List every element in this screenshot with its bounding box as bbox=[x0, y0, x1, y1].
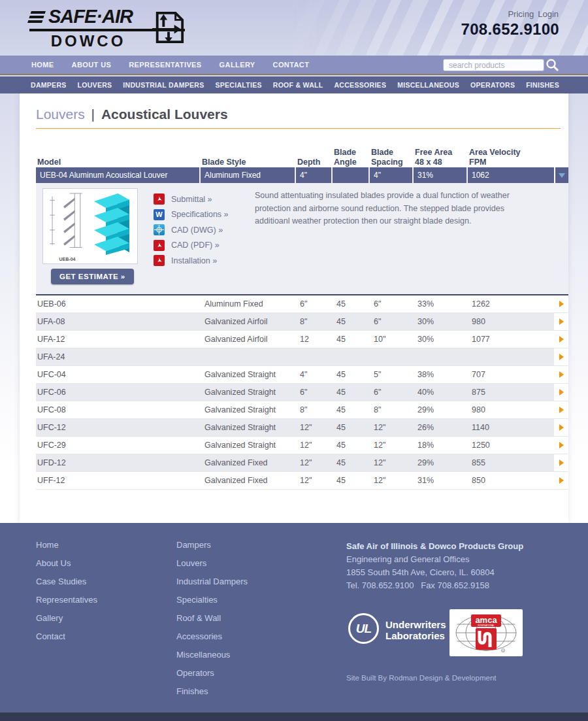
footer-link[interactable]: About Us bbox=[36, 558, 71, 568]
footer-link[interactable]: Gallery bbox=[36, 613, 63, 623]
table-row[interactable]: UFA-12 Galvanized Airfoil 12 45 10" 30% … bbox=[36, 331, 568, 348]
product-nav-item[interactable]: DAMPERS bbox=[31, 81, 67, 89]
table-row[interactable]: UFA-08 Galvanized Airfoil 8" 45 6" 30% 9… bbox=[36, 313, 568, 331]
chevron-right-icon bbox=[559, 477, 564, 484]
expand-row-button[interactable] bbox=[554, 384, 568, 401]
product-nav: DAMPERSLOUVERSINDUSTRIAL DAMPERSSPECIALT… bbox=[0, 76, 588, 93]
expand-row-button[interactable] bbox=[554, 401, 568, 418]
cad-pdf-link[interactable]: CAD (PDF) » bbox=[154, 238, 229, 254]
product-nav-item[interactable]: SPECIALTIES bbox=[215, 81, 261, 89]
company-name: Safe Air of Illinois & Dowco Products Gr… bbox=[346, 540, 523, 553]
footer-link[interactable]: Representatives bbox=[36, 595, 97, 605]
row-cells: UEB-06 Aluminum Fixed 6" 45 6" 33% 1262 bbox=[36, 295, 554, 312]
expand-row-button[interactable] bbox=[554, 454, 568, 471]
footer-link-item: Gallery bbox=[36, 612, 97, 630]
table-row[interactable]: UFC-29 Galvanized Straight 12" 45 12" 18… bbox=[36, 437, 568, 454]
row-cells: UFC-29 Galvanized Straight 12" 45 12" 18… bbox=[36, 437, 554, 454]
cell-velocity: 980 bbox=[468, 405, 554, 414]
footer-link[interactable]: Accessories bbox=[176, 631, 222, 641]
expand-row-button[interactable] bbox=[554, 295, 568, 312]
footer-link[interactable]: Finishes bbox=[176, 686, 208, 696]
cell-velocity: 707 bbox=[468, 370, 554, 379]
footer-link-item: Representatives bbox=[36, 594, 97, 612]
product-nav-item[interactable]: OPERATORS bbox=[470, 81, 515, 89]
footer-link[interactable]: Contact bbox=[36, 631, 65, 641]
table-row[interactable]: UFA-24 bbox=[36, 348, 568, 366]
table-row[interactable]: UEB-06 Aluminum Fixed 6" 45 6" 33% 1262 bbox=[36, 295, 568, 313]
expand-row-button[interactable] bbox=[554, 419, 568, 436]
link-label: Installation » bbox=[171, 256, 217, 265]
product-nav-item[interactable]: MISCELLANEOUS bbox=[397, 81, 459, 89]
product-nav-item[interactable]: ACCESSORIES bbox=[334, 81, 386, 89]
cell-spacing: 12" bbox=[370, 476, 414, 485]
search-button[interactable] bbox=[546, 58, 559, 72]
svg-text:INTERNATIONAL: INTERNATIONAL bbox=[478, 624, 494, 627]
expand-row-button[interactable] bbox=[554, 437, 568, 454]
expand-row-button[interactable] bbox=[554, 313, 568, 330]
cell-model: UFA-12 bbox=[36, 335, 201, 344]
product-nav-item[interactable]: ROOF & WALL bbox=[273, 81, 323, 89]
cell-spacing: 12" bbox=[370, 458, 414, 467]
footer-link-item: Industrial Dampers bbox=[176, 575, 248, 594]
table-row[interactable]: UFC-06 Galvanized Straight 6" 45 6" 40% … bbox=[36, 384, 568, 401]
cell-velocity: 850 bbox=[468, 476, 554, 485]
footer-link[interactable]: Operators bbox=[176, 668, 214, 678]
table-row[interactable]: UFF-12 Galvanized Fixed 12" 45 12" 31% 8… bbox=[36, 472, 568, 490]
selected-product-row[interactable]: UEB-04 Aluminum Acoustical Louver Alumin… bbox=[36, 167, 568, 183]
expand-row-button[interactable] bbox=[554, 366, 568, 383]
primary-nav-item[interactable]: CONTACT bbox=[273, 61, 310, 69]
installation-link[interactable]: Installation » bbox=[154, 253, 229, 269]
specifications-link[interactable]: W Specifications » bbox=[154, 207, 229, 223]
submittal-link[interactable]: Submittal » bbox=[154, 192, 229, 207]
breadcrumb-category-link[interactable]: Louvers bbox=[36, 107, 85, 122]
table-row[interactable]: UFC-04 Galvanized Straight 4" 45 5" 38% … bbox=[36, 366, 568, 384]
footer-link[interactable]: Case Studies bbox=[36, 577, 86, 586]
expand-row-button[interactable] bbox=[554, 472, 568, 489]
table-row[interactable]: UFC-12 Galvanized Straight 12" 45 12" 26… bbox=[36, 419, 568, 437]
footer-link-item: Home bbox=[36, 539, 97, 557]
footer-link-item: Accessories bbox=[176, 630, 248, 648]
footer-link[interactable]: Miscellaneous bbox=[176, 650, 230, 660]
footer-link[interactable]: Home bbox=[36, 540, 59, 550]
product-nav-item[interactable]: INDUSTRIAL DAMPERS bbox=[123, 81, 204, 89]
pricing-link[interactable]: Pricing bbox=[508, 9, 534, 19]
primary-nav-item[interactable]: HOME bbox=[31, 61, 54, 69]
table-row[interactable]: UFC-08 Galvanized Straight 8" 45 8" 29% … bbox=[36, 401, 568, 419]
product-image-label: UEB-04 bbox=[47, 257, 88, 261]
footer-link[interactable]: Louvers bbox=[176, 558, 206, 568]
footer-link[interactable]: Specialties bbox=[176, 595, 218, 605]
footer-link[interactable]: Roof & Wall bbox=[176, 613, 221, 623]
word-icon: W bbox=[154, 209, 165, 220]
cell-angle: 45 bbox=[333, 458, 370, 467]
breadcrumb: Louvers | Acoustical Louvers bbox=[36, 107, 228, 122]
primary-nav-item[interactable]: ABOUT US bbox=[72, 61, 112, 69]
logo-line2: DOWCO bbox=[29, 32, 147, 50]
cad-dwg-link[interactable]: CAD (DWG) » bbox=[154, 222, 229, 238]
chevron-down-icon bbox=[559, 173, 565, 178]
product-nav-item[interactable]: LOUVERS bbox=[78, 81, 112, 89]
site-footer: HomeAbout UsCase StudiesRepresentativesG… bbox=[0, 523, 588, 713]
product-nav-item[interactable]: FINISHES bbox=[526, 81, 559, 89]
cell-angle: 45 bbox=[333, 476, 370, 485]
collapse-row-button[interactable] bbox=[555, 167, 568, 183]
expand-row-button[interactable] bbox=[554, 331, 568, 348]
company-logo[interactable]: SAFE·AIR DOWCO bbox=[29, 6, 185, 48]
footer-link[interactable]: Dampers bbox=[176, 540, 211, 550]
page-title: Acoustical Louvers bbox=[101, 107, 228, 122]
footer-link[interactable]: Industrial Dampers bbox=[176, 577, 248, 586]
primary-nav-item[interactable]: GALLERY bbox=[220, 61, 255, 69]
table-row[interactable]: UFD-12 Galvanized Fixed 12" 45 12" 29% 8… bbox=[36, 454, 568, 472]
cell-spacing: 4" bbox=[370, 167, 414, 183]
primary-nav-item[interactable]: REPRESENTATIVES bbox=[129, 61, 201, 69]
get-estimate-button[interactable]: GET ESTIMATE » bbox=[51, 269, 134, 284]
product-description: Sound attentuating insulated blades prov… bbox=[255, 190, 511, 228]
cell-blade-style: Aluminum Fixed bbox=[201, 167, 296, 183]
table-header: Model Blade Style Depth BladeAngle Blade… bbox=[36, 144, 554, 167]
link-label: CAD (DWG) » bbox=[171, 226, 223, 235]
expand-row-button[interactable] bbox=[554, 348, 568, 365]
bottom-strip bbox=[0, 713, 588, 721]
footer-link-item: Louvers bbox=[176, 557, 248, 575]
login-link[interactable]: Login bbox=[538, 9, 559, 19]
search-input[interactable] bbox=[443, 59, 544, 71]
document-links: Submittal » W Specifications » CAD (DWG) bbox=[154, 192, 229, 269]
